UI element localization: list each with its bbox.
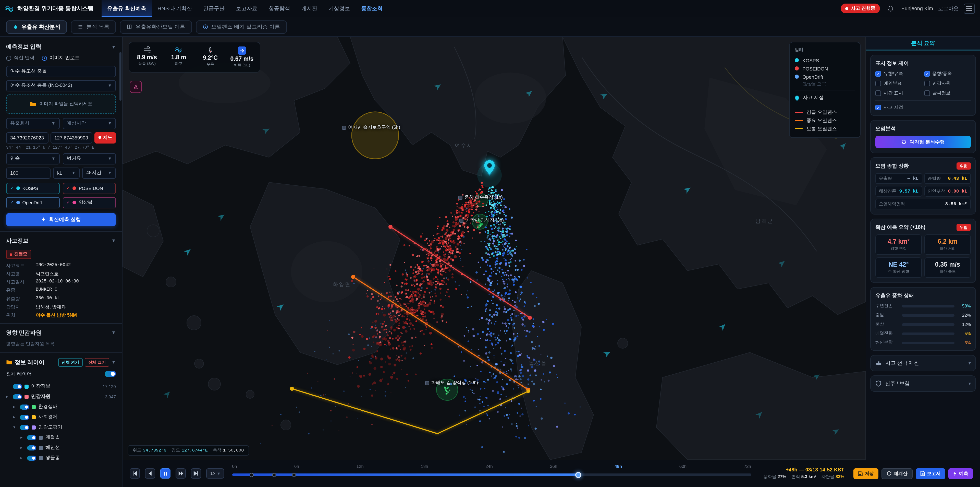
- timeline-handle[interactable]: [575, 472, 581, 478]
- tick-label-current[interactable]: 48h: [614, 464, 622, 469]
- layer-row-sensitive[interactable]: ▸ 민감자원 3,947: [6, 392, 116, 402]
- tab-model-theory[interactable]: 유출유확산모델 이론: [120, 20, 192, 34]
- timeline-track-area[interactable]: 0h 6h 12h 18h 24h 36h 48h 60h 72h: [232, 460, 751, 487]
- chevron-right-icon[interactable]: ▸: [21, 445, 24, 450]
- layer-row-eco[interactable]: ▸ 환경생태: [6, 402, 116, 412]
- layer-row-seasonal[interactable]: ▸ 계절별: [6, 433, 116, 443]
- nav-item-aerial-search[interactable]: 항공탐색: [263, 0, 296, 17]
- radio-direct-input[interactable]: 직접 입력: [6, 55, 35, 61]
- timeline-track[interactable]: [232, 473, 751, 476]
- tick-label[interactable]: 18h: [421, 464, 428, 469]
- chevron-down-icon[interactable]: ▾: [13, 425, 18, 430]
- nav-item-rescue[interactable]: 긴급구난: [197, 0, 230, 17]
- tick-label[interactable]: 12h: [356, 464, 363, 469]
- playback-speed-select[interactable]: 1× ▾: [206, 469, 224, 479]
- chevron-right-icon[interactable]: ▸: [13, 405, 18, 409]
- model-chip-ensemble[interactable]: ✓ 앙상블: [62, 197, 116, 208]
- scenario-name-input[interactable]: [6, 65, 116, 77]
- menu-icon[interactable]: [964, 3, 975, 14]
- annotation-laver-farm[interactable]: 화태도 김 양식장 (10h): [425, 380, 478, 386]
- annotation-farm[interactable]: 가막만 양식장 (3h): [460, 217, 504, 224]
- layer-toggle[interactable]: [27, 435, 36, 440]
- skip-start-button[interactable]: [130, 469, 140, 479]
- all-layers-on-button[interactable]: 전체 켜기: [58, 358, 83, 367]
- annotation-beach[interactable]: 웅천 해수욕장 (1h): [458, 194, 503, 201]
- nav-item-integrated-search[interactable]: 통합조회: [355, 0, 388, 17]
- tick-label[interactable]: 0h: [232, 464, 237, 469]
- layer-row-socioeconomic[interactable]: ▸ 사회경제: [6, 412, 116, 422]
- chevron-down-icon[interactable]: ▼: [111, 238, 116, 243]
- model-chip-opendrift[interactable]: ✓ OpenDrift: [6, 197, 59, 208]
- predict-button[interactable]: 예측: [948, 468, 973, 479]
- pick-on-map-button[interactable]: 지도: [94, 132, 116, 143]
- step-back-button[interactable]: [145, 469, 155, 479]
- layer-row-sensitivity-eval[interactable]: ▾ 민감도평가: [6, 422, 116, 433]
- layer-row-coastline[interactable]: ▸ 해안선: [6, 443, 116, 453]
- annotation-wetland[interactable]: 여자만 습지보호구역 (6h): [342, 124, 400, 131]
- expected-time-select[interactable]: 예상시각 ▼: [62, 118, 116, 129]
- layer-toggle[interactable]: [13, 394, 22, 399]
- nav-item-spill-forecast[interactable]: 유출유 확산예측: [102, 0, 152, 17]
- radio-image-upload[interactable]: 이미지 업로드: [41, 55, 80, 61]
- chevron-right-icon[interactable]: ▸: [6, 394, 10, 399]
- checkbox-sensitive[interactable]: 민감자원: [924, 80, 971, 87]
- oil-type-select[interactable]: 벙커유 ▼: [62, 153, 116, 164]
- checkbox-weather-info[interactable]: 날씨정보: [924, 90, 971, 97]
- master-layer-toggle[interactable]: [105, 371, 116, 377]
- tick-label[interactable]: 6h: [294, 464, 299, 469]
- logout-link[interactable]: 로그아웃: [938, 5, 959, 12]
- nav-item-hns[interactable]: HNS·대기확산: [152, 0, 197, 17]
- run-prediction-button[interactable]: 확산예측 실행: [6, 213, 116, 226]
- all-layers-off-button[interactable]: 전체 끄기: [85, 358, 109, 367]
- layer-toggle[interactable]: [27, 445, 36, 450]
- event-marker[interactable]: [292, 473, 296, 477]
- layer-toggle[interactable]: [13, 384, 22, 389]
- layer-toggle[interactable]: [20, 415, 29, 420]
- nav-item-weather[interactable]: 기상정보: [323, 0, 355, 17]
- sample-analysis-button[interactable]: [130, 81, 142, 93]
- chevron-right-icon[interactable]: ▸: [21, 456, 24, 460]
- skip-end-button[interactable]: [191, 469, 201, 479]
- chevron-down-icon[interactable]: ▼: [111, 360, 116, 365]
- tick-label[interactable]: 72h: [744, 464, 751, 469]
- image-upload-dropzone[interactable]: 이미지 파일을 선택하세요: [6, 94, 116, 113]
- checkbox-wind[interactable]: 풍향/풍속: [924, 70, 971, 77]
- chevron-right-icon[interactable]: ▸: [21, 436, 24, 440]
- latitude-input[interactable]: [6, 132, 48, 143]
- chevron-down-icon[interactable]: ▼: [111, 44, 116, 49]
- layer-toggle[interactable]: [20, 425, 29, 430]
- layer-toggle[interactable]: [27, 456, 36, 461]
- fast-forward-button[interactable]: [176, 469, 186, 479]
- layer-row-fishery[interactable]: 어장정보 17,129: [6, 382, 116, 392]
- spill-type-select[interactable]: 연속 ▼: [6, 153, 59, 164]
- report-button[interactable]: 보고서: [916, 468, 945, 479]
- notification-bell-icon[interactable]: [885, 3, 896, 14]
- spill-company-select[interactable]: 유출회사 ▼: [6, 118, 59, 129]
- chevron-down-icon[interactable]: ▼: [111, 330, 116, 335]
- vessel-spec-card[interactable]: 사고 선박 제원 ▾: [870, 355, 976, 371]
- layer-toggle[interactable]: [20, 404, 29, 410]
- tick-label[interactable]: 24h: [485, 464, 493, 469]
- polygon-analysis-button[interactable]: 다각형 분석수행: [875, 136, 971, 148]
- layer-row-species[interactable]: ▸ 생물종: [6, 453, 116, 463]
- checkbox-incident-point[interactable]: 사고 지점: [875, 104, 971, 111]
- longitude-input[interactable]: [50, 132, 92, 143]
- tick-label[interactable]: 36h: [550, 464, 557, 469]
- spill-amount-input[interactable]: [6, 167, 51, 179]
- model-chip-kosps[interactable]: ✓ KOSPS: [6, 183, 59, 194]
- user-name[interactable]: Eunjeong Kim: [901, 6, 933, 11]
- chevron-right-icon[interactable]: ▸: [13, 415, 18, 420]
- map-container[interactable]: 8.9 m/s 풍속 (SW) 1.8 m 파고 9.2°C 수온 0.67 m…: [123, 37, 865, 460]
- tick-label[interactable]: 60h: [679, 464, 687, 469]
- save-button[interactable]: 저장: [853, 468, 878, 479]
- incident-marker[interactable]: [483, 160, 496, 176]
- duration-select[interactable]: 48시간 ▼: [82, 167, 116, 179]
- checkbox-tow-buoy[interactable]: 예인부표: [875, 80, 922, 87]
- checkbox-current[interactable]: 유향/유속: [875, 70, 922, 77]
- model-chip-poseidon[interactable]: ✓ POSEIDON: [62, 183, 116, 194]
- nav-item-board[interactable]: 게시판: [296, 0, 323, 17]
- checkbox-time[interactable]: 시간 표시: [875, 90, 922, 97]
- owner-insurance-card[interactable]: 선주 / 보험 ▾: [870, 375, 976, 392]
- pause-button[interactable]: [160, 469, 170, 479]
- tab-boom-algorithm-theory[interactable]: 오일펜스 배치 알고리즘 이론: [196, 20, 287, 34]
